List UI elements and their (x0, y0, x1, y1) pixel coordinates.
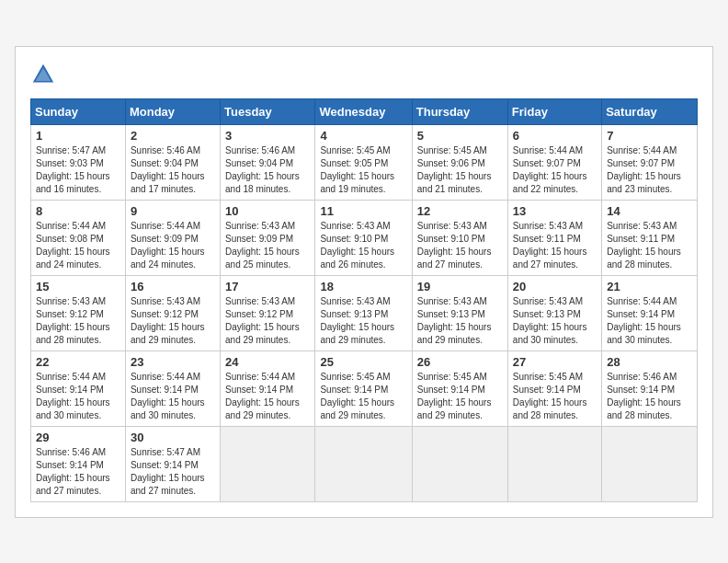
day-number: 15 (36, 280, 120, 293)
day-info: Sunrise: 5:45 AM Sunset: 9:14 PM Dayligh… (417, 371, 503, 422)
logo-icon (30, 62, 56, 87)
day-cell-19: 19Sunrise: 5:43 AM Sunset: 9:13 PM Dayli… (412, 275, 507, 350)
weekday-header-sunday: Sunday (31, 98, 126, 124)
calendar-week-row: 15Sunrise: 5:43 AM Sunset: 9:12 PM Dayli… (31, 275, 698, 350)
day-number: 28 (607, 355, 692, 369)
day-cell-21: 21Sunrise: 5:44 AM Sunset: 9:14 PM Dayli… (602, 275, 698, 350)
day-number: 11 (320, 204, 406, 218)
calendar-grid: SundayMondayTuesdayWednesdayThursdayFrid… (30, 98, 698, 502)
day-number: 3 (225, 129, 310, 143)
day-number: 22 (36, 355, 120, 369)
day-cell-3: 3Sunrise: 5:46 AM Sunset: 9:04 PM Daylig… (221, 124, 315, 200)
weekday-header-tuesday: Tuesday (221, 98, 315, 124)
day-cell-7: 7Sunrise: 5:44 AM Sunset: 9:07 PM Daylig… (602, 124, 698, 200)
day-number: 29 (36, 431, 120, 444)
day-cell-8: 8Sunrise: 5:44 AM Sunset: 9:08 PM Daylig… (31, 200, 126, 275)
calendar-week-row: 8Sunrise: 5:44 AM Sunset: 9:08 PM Daylig… (31, 200, 698, 275)
day-number: 25 (320, 355, 406, 369)
day-info: Sunrise: 5:45 AM Sunset: 9:05 PM Dayligh… (320, 144, 406, 196)
day-number: 7 (607, 129, 692, 143)
day-info: Sunrise: 5:47 AM Sunset: 9:03 PM Dayligh… (36, 144, 120, 196)
day-number: 2 (131, 129, 215, 143)
day-number: 10 (225, 204, 310, 218)
empty-cell (221, 426, 315, 501)
day-info: Sunrise: 5:44 AM Sunset: 9:09 PM Dayligh… (131, 220, 215, 271)
day-info: Sunrise: 5:44 AM Sunset: 9:08 PM Dayligh… (36, 220, 120, 271)
day-info: Sunrise: 5:45 AM Sunset: 9:14 PM Dayligh… (513, 371, 597, 422)
logo (30, 62, 62, 87)
empty-cell (602, 426, 698, 501)
day-cell-25: 25Sunrise: 5:45 AM Sunset: 9:14 PM Dayli… (315, 350, 412, 426)
day-info: Sunrise: 5:44 AM Sunset: 9:14 PM Dayligh… (225, 371, 310, 422)
day-number: 27 (513, 355, 597, 369)
day-info: Sunrise: 5:44 AM Sunset: 9:14 PM Dayligh… (36, 371, 120, 422)
day-number: 13 (513, 204, 597, 218)
weekday-header-saturday: Saturday (602, 98, 698, 124)
day-info: Sunrise: 5:43 AM Sunset: 9:10 PM Dayligh… (417, 220, 503, 271)
day-cell-22: 22Sunrise: 5:44 AM Sunset: 9:14 PM Dayli… (31, 350, 126, 426)
day-info: Sunrise: 5:43 AM Sunset: 9:09 PM Dayligh… (225, 220, 310, 271)
day-cell-6: 6Sunrise: 5:44 AM Sunset: 9:07 PM Daylig… (507, 124, 601, 200)
day-info: Sunrise: 5:43 AM Sunset: 9:13 PM Dayligh… (513, 295, 597, 347)
calendar-week-row: 1Sunrise: 5:47 AM Sunset: 9:03 PM Daylig… (31, 124, 698, 200)
empty-cell (507, 426, 601, 501)
day-number: 5 (417, 129, 503, 143)
day-number: 18 (320, 280, 406, 293)
day-number: 20 (513, 280, 597, 293)
day-number: 26 (417, 355, 503, 369)
day-info: Sunrise: 5:43 AM Sunset: 9:13 PM Dayligh… (320, 295, 406, 347)
day-cell-28: 28Sunrise: 5:46 AM Sunset: 9:14 PM Dayli… (602, 350, 698, 426)
day-number: 17 (225, 280, 310, 293)
day-cell-12: 12Sunrise: 5:43 AM Sunset: 9:10 PM Dayli… (412, 200, 507, 275)
calendar-week-row: 22Sunrise: 5:44 AM Sunset: 9:14 PM Dayli… (31, 350, 698, 426)
day-cell-27: 27Sunrise: 5:45 AM Sunset: 9:14 PM Dayli… (507, 350, 601, 426)
day-number: 4 (320, 129, 406, 143)
day-info: Sunrise: 5:43 AM Sunset: 9:13 PM Dayligh… (417, 295, 503, 347)
day-number: 12 (417, 204, 503, 218)
day-number: 8 (36, 204, 120, 218)
day-number: 6 (513, 129, 597, 143)
day-number: 30 (131, 431, 215, 444)
weekday-header-friday: Friday (507, 98, 601, 124)
day-cell-11: 11Sunrise: 5:43 AM Sunset: 9:10 PM Dayli… (315, 200, 412, 275)
calendar-week-row: 29Sunrise: 5:46 AM Sunset: 9:14 PM Dayli… (31, 426, 698, 501)
day-cell-29: 29Sunrise: 5:46 AM Sunset: 9:14 PM Dayli… (31, 426, 126, 501)
day-number: 9 (131, 204, 215, 218)
day-cell-9: 9Sunrise: 5:44 AM Sunset: 9:09 PM Daylig… (125, 200, 220, 275)
day-info: Sunrise: 5:44 AM Sunset: 9:14 PM Dayligh… (607, 295, 692, 347)
empty-cell (412, 426, 507, 501)
weekday-header-monday: Monday (125, 98, 220, 124)
day-info: Sunrise: 5:45 AM Sunset: 9:14 PM Dayligh… (320, 371, 406, 422)
day-info: Sunrise: 5:44 AM Sunset: 9:07 PM Dayligh… (513, 144, 597, 196)
day-info: Sunrise: 5:46 AM Sunset: 9:14 PM Dayligh… (607, 371, 692, 422)
day-number: 16 (131, 280, 215, 293)
day-cell-13: 13Sunrise: 5:43 AM Sunset: 9:11 PM Dayli… (507, 200, 601, 275)
weekday-header-row: SundayMondayTuesdayWednesdayThursdayFrid… (31, 98, 698, 124)
day-info: Sunrise: 5:44 AM Sunset: 9:14 PM Dayligh… (131, 371, 215, 422)
day-cell-23: 23Sunrise: 5:44 AM Sunset: 9:14 PM Dayli… (125, 350, 220, 426)
day-number: 23 (131, 355, 215, 369)
day-info: Sunrise: 5:43 AM Sunset: 9:12 PM Dayligh… (36, 295, 120, 347)
day-cell-5: 5Sunrise: 5:45 AM Sunset: 9:06 PM Daylig… (412, 124, 507, 200)
day-cell-14: 14Sunrise: 5:43 AM Sunset: 9:11 PM Dayli… (602, 200, 698, 275)
day-cell-20: 20Sunrise: 5:43 AM Sunset: 9:13 PM Dayli… (507, 275, 601, 350)
day-cell-16: 16Sunrise: 5:43 AM Sunset: 9:12 PM Dayli… (125, 275, 220, 350)
day-cell-18: 18Sunrise: 5:43 AM Sunset: 9:13 PM Dayli… (315, 275, 412, 350)
weekday-header-wednesday: Wednesday (315, 98, 412, 124)
weekday-header-thursday: Thursday (412, 98, 507, 124)
day-number: 21 (607, 280, 692, 293)
day-info: Sunrise: 5:47 AM Sunset: 9:14 PM Dayligh… (131, 446, 215, 498)
day-info: Sunrise: 5:43 AM Sunset: 9:11 PM Dayligh… (607, 220, 692, 271)
day-cell-30: 30Sunrise: 5:47 AM Sunset: 9:14 PM Dayli… (125, 426, 220, 501)
day-cell-24: 24Sunrise: 5:44 AM Sunset: 9:14 PM Dayli… (221, 350, 315, 426)
day-number: 1 (36, 129, 120, 143)
day-number: 24 (225, 355, 310, 369)
day-info: Sunrise: 5:44 AM Sunset: 9:07 PM Dayligh… (607, 144, 692, 196)
day-cell-15: 15Sunrise: 5:43 AM Sunset: 9:12 PM Dayli… (31, 275, 126, 350)
day-info: Sunrise: 5:46 AM Sunset: 9:04 PM Dayligh… (225, 144, 310, 196)
day-info: Sunrise: 5:43 AM Sunset: 9:10 PM Dayligh… (320, 220, 406, 271)
calendar-container: SundayMondayTuesdayWednesdayThursdayFrid… (15, 46, 713, 518)
empty-cell (315, 426, 412, 501)
day-cell-2: 2Sunrise: 5:46 AM Sunset: 9:04 PM Daylig… (125, 124, 220, 200)
day-info: Sunrise: 5:43 AM Sunset: 9:12 PM Dayligh… (225, 295, 310, 347)
